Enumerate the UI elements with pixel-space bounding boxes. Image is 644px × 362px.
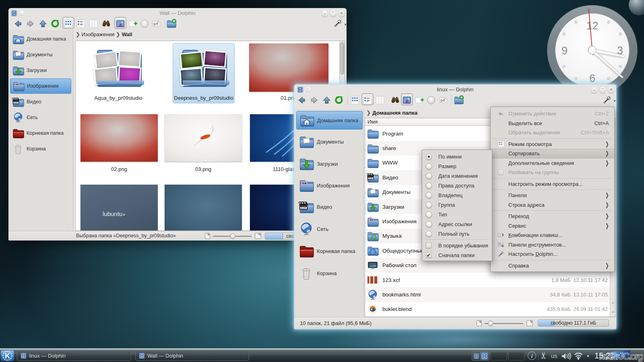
svg-text:9: 9 [561,45,568,57]
svg-text:12: 12 [586,20,598,32]
svg-text:6: 6 [589,72,595,84]
svg-text:K: K [5,352,10,360]
